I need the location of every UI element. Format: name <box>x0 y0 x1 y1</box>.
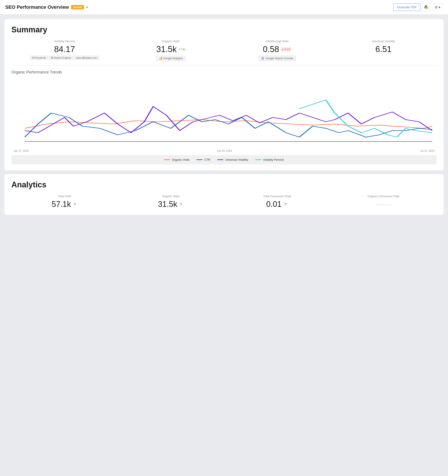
total-conversion-label: Total Conversion Rate <box>224 195 330 198</box>
analytics-metrics-row: Total Visits 57.1k ▼ Organic Visits 31.5… <box>11 195 437 209</box>
organic-visits-label: Organic Visits <box>118 40 224 43</box>
organic-conversion-value: —— <box>330 200 437 209</box>
legend-visibility: Visibility Percent <box>255 158 284 161</box>
summary-title: Summary <box>11 25 437 34</box>
summary-divider <box>11 65 437 66</box>
visibility-percent-label: Visibility Percent <box>11 40 118 43</box>
header-left: SEO Performance Overview pinned ▾ <box>5 4 88 10</box>
svg-rect-0 <box>159 58 160 60</box>
domain-tag[interactable]: www.allrecipes.com <box>74 56 99 60</box>
google-drive-button[interactable] <box>422 3 431 11</box>
title-dropdown-arrow[interactable]: ▾ <box>86 6 88 9</box>
google-search-console-source[interactable]: Google Search Console <box>258 56 296 61</box>
main-content: Summary Visibility Percent 84.17 All Key… <box>0 15 448 219</box>
visibility-percent-value: 84.17 <box>11 45 118 54</box>
x-label-1: Jun 17, 2024 <box>14 149 29 152</box>
chart-container <box>11 78 437 148</box>
analytics-card: Analytics Total Visits 57.1k ▼ Organic V… <box>4 174 444 215</box>
up-arrow-icon: ↗ <box>178 48 180 51</box>
chart-title: Organic Performance Trends <box>11 70 437 74</box>
search-console-icon <box>261 57 264 60</box>
volatility-metric: Universal Volatility 6.51 <box>330 40 437 61</box>
ctr-value: 0.58 ↙ 0.13 <box>224 45 330 54</box>
keyword-tag[interactable]: All Keywords <box>30 56 48 60</box>
header: SEO Performance Overview pinned ▾ Genera… <box>0 0 448 15</box>
google-drive-icon <box>424 5 429 10</box>
settings-icon: ⚙ <box>435 5 438 9</box>
legend-organic-visits-line <box>164 159 170 160</box>
settings-button[interactable]: ⚙ ▾ <box>432 4 443 11</box>
organic-conversion-label: Organic Conversion Rate <box>330 195 437 198</box>
analytics-icon <box>159 57 162 60</box>
svg-rect-6 <box>262 59 263 60</box>
volatility-line <box>25 107 432 133</box>
ctr-badge: ↙ 0.13 <box>281 47 291 51</box>
pinned-badge[interactable]: pinned <box>71 5 84 9</box>
google-analytics-label: Google Analytics <box>163 57 183 60</box>
legend-ctr: CTR <box>196 158 210 161</box>
total-conversion-metric: Total Conversion Rate 0.01 ▼ <box>224 195 330 209</box>
summary-metrics-row: Visibility Percent 84.17 All Keywords Al… <box>11 40 437 61</box>
analytics-organic-visits-value: 31.5k ▼ <box>118 200 224 209</box>
ctr-metric: Clickthrough Rate 0.58 ↙ 0.13 <box>224 40 330 61</box>
organic-visits-metric: Organic Visits 31.5k ↗ 24k Google A <box>118 40 224 61</box>
organic-visits-badge: ↗ 24k <box>178 48 185 51</box>
x-label-2: Jun 29, 2024 <box>217 149 232 152</box>
svg-rect-2 <box>161 57 162 60</box>
volatility-value: 6.51 <box>330 45 437 54</box>
visibility-tags: All Keywords All Search Engines www.allr… <box>11 56 118 60</box>
legend-ctr-line <box>196 159 203 160</box>
svg-point-4 <box>262 58 263 59</box>
total-visits-label: Total Visits <box>11 195 118 198</box>
ctr-line <box>25 113 432 137</box>
generate-pdf-button[interactable]: Generate PDF <box>393 4 420 11</box>
volatility-label: Universal Volatility <box>330 40 437 43</box>
legend-visibility-label: Visibility Percent <box>263 158 284 161</box>
performance-chart <box>11 78 437 148</box>
total-conversion-partial: ▼ <box>283 201 288 207</box>
legend-ctr-label: CTR <box>204 158 210 161</box>
analytics-organic-visits-partial: ▼ <box>178 201 184 207</box>
analytics-organic-visits-label: Organic Visits <box>118 195 224 198</box>
legend-volatility-line <box>217 159 223 160</box>
summary-card: Summary Visibility Percent 84.17 All Key… <box>4 19 444 170</box>
legend-visibility-line <box>255 159 261 160</box>
legend-organic-visits-label: Organic Visits <box>172 158 190 161</box>
x-label-3: Jul 11, 2024 <box>420 149 434 152</box>
total-visits-value: 57.1k ▼ <box>11 200 118 209</box>
chart-legend: Organic Visits CTR Universal Volatility … <box>11 155 437 164</box>
analytics-title: Analytics <box>11 180 437 189</box>
header-right: Generate PDF ⚙ ▾ <box>393 3 443 11</box>
down-arrow-icon: ↙ <box>282 48 284 51</box>
organic-conversion-metric: Organic Conversion Rate —— <box>330 195 437 209</box>
svg-rect-1 <box>160 57 161 60</box>
analytics-organic-visits-metric: Organic Visits 31.5k ▼ <box>118 195 224 209</box>
legend-volatility-label: Universal Volatility <box>225 158 248 161</box>
legend-volatility: Universal Volatility <box>217 158 248 161</box>
total-visits-partial: ▼ <box>72 201 77 207</box>
visibility-line <box>299 100 432 137</box>
search-engines-tag[interactable]: All Search Engines <box>49 56 73 60</box>
ctr-label: Clickthrough Rate <box>224 40 330 43</box>
organic-visits-value: 31.5k ↗ 24k <box>118 45 224 54</box>
chart-section: Organic Performance Trends Jun 17, 20 <box>11 70 437 164</box>
settings-dropdown-arrow: ▾ <box>439 5 440 9</box>
page-title: SEO Performance Overview <box>5 4 69 10</box>
total-visits-metric: Total Visits 57.1k ▼ <box>11 195 118 209</box>
google-search-console-label: Google Search Console <box>265 57 293 60</box>
visibility-percent-metric: Visibility Percent 84.17 All Keywords Al… <box>11 40 118 61</box>
google-analytics-source[interactable]: Google Analytics <box>156 56 185 61</box>
chart-x-labels: Jun 17, 2024 Jun 29, 2024 Jul 11, 2024 <box>11 148 437 152</box>
total-conversion-value: 0.01 ▼ <box>224 200 330 209</box>
legend-organic-visits: Organic Visits <box>164 158 190 161</box>
